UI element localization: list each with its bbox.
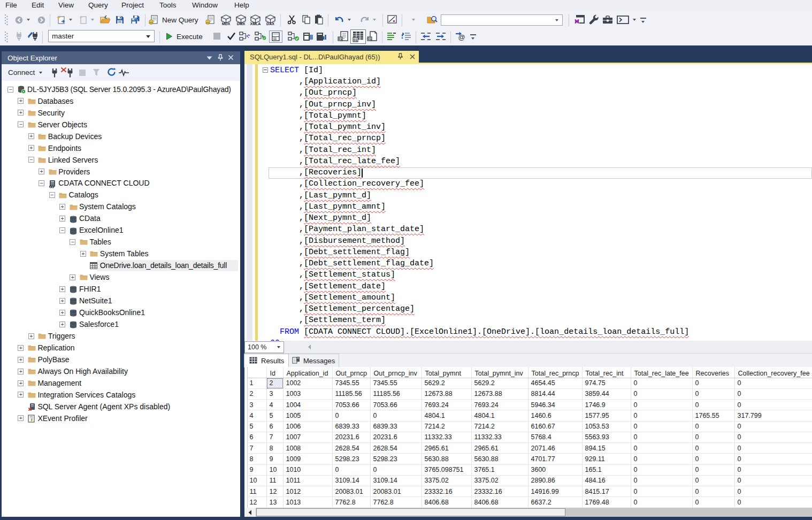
svg-text:01: 01	[338, 37, 342, 41]
svg-text:01: 01	[354, 38, 358, 42]
svg-text:XMLA: XMLA	[250, 22, 261, 26]
svg-text:01: 01	[367, 37, 372, 41]
svg-text:@: @	[458, 33, 465, 41]
svg-text:DMX: DMX	[237, 22, 246, 26]
svg-text:MDX: MDX	[222, 22, 231, 26]
svg-text:DAX: DAX	[266, 22, 274, 26]
